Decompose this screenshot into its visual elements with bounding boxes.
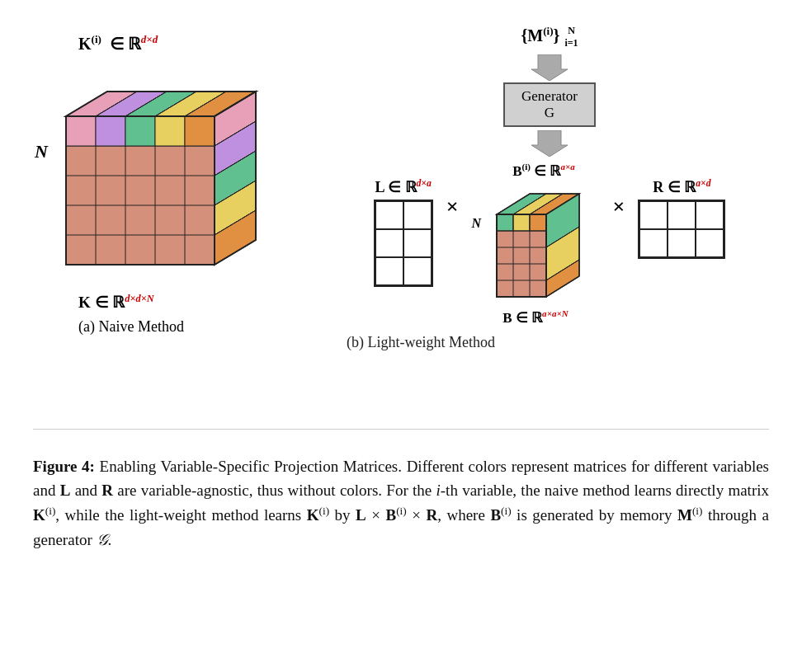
m-set-label: {M(i)} N i=1 xyxy=(521,25,578,49)
l-cell xyxy=(403,229,432,257)
arrow2 xyxy=(531,130,568,157)
n-label-right: N xyxy=(472,216,482,231)
cube-right-svg xyxy=(472,181,600,309)
diagram-area: K(i) ∈ ℝd×d N xyxy=(33,25,769,421)
left-panel: K(i) ∈ ℝd×d N xyxy=(33,25,330,336)
multiply-2: × xyxy=(613,162,625,219)
svg-rect-50 xyxy=(530,214,546,231)
b-label-top: B(i) ∈ ℝa×a xyxy=(512,162,575,180)
l-cell xyxy=(375,229,403,257)
r-cell xyxy=(668,201,696,229)
caption-left: (a) Naive Method xyxy=(78,318,184,336)
r-cell xyxy=(639,229,668,257)
r-cell xyxy=(639,201,668,229)
n-label-left: N xyxy=(35,141,48,162)
cube-left-container: N xyxy=(33,59,264,301)
multiply-1: × xyxy=(446,162,459,219)
generator-box: Generator G xyxy=(503,82,596,127)
l-matrix: L ∈ ℝd×a xyxy=(374,162,433,287)
figure-caption: Figure 4: Enabling Variable-Specific Pro… xyxy=(33,444,769,552)
svg-rect-22 xyxy=(155,116,185,146)
main-page: K(i) ∈ ℝd×d N xyxy=(0,0,802,672)
l-grid xyxy=(374,200,433,287)
svg-rect-49 xyxy=(513,214,530,231)
r-cell xyxy=(668,229,696,257)
equation-row: L ∈ ℝd×a × xyxy=(330,162,769,326)
caption-right: (b) Light-weight Method xyxy=(330,334,769,351)
l-label: L ∈ ℝd×a xyxy=(375,178,431,196)
svg-rect-20 xyxy=(96,116,125,146)
svg-marker-36 xyxy=(531,130,568,157)
svg-marker-35 xyxy=(531,54,568,81)
svg-rect-21 xyxy=(125,116,155,146)
section-divider xyxy=(33,429,769,430)
arrow1 xyxy=(531,54,568,81)
r-grid xyxy=(638,200,725,259)
r-cell xyxy=(696,201,724,229)
cube-left-svg xyxy=(33,59,264,298)
r-label: R ∈ ℝa×d xyxy=(653,178,710,196)
svg-rect-19 xyxy=(66,116,96,146)
l-cell xyxy=(403,257,432,285)
l-cell xyxy=(375,201,403,229)
l-cell xyxy=(403,201,432,229)
b-cube-container: B(i) ∈ ℝa×a N xyxy=(472,162,600,326)
r-cell xyxy=(696,229,724,257)
b-cube-svg-container: N xyxy=(472,181,600,313)
r-matrix: R ∈ ℝa×d xyxy=(638,162,725,259)
right-panel: {M(i)} N i=1 Generator G xyxy=(330,25,769,351)
l-cell xyxy=(375,257,403,285)
svg-rect-48 xyxy=(497,214,513,231)
svg-rect-23 xyxy=(185,116,215,146)
k-top-label: K(i) ∈ ℝd×d xyxy=(78,33,158,54)
